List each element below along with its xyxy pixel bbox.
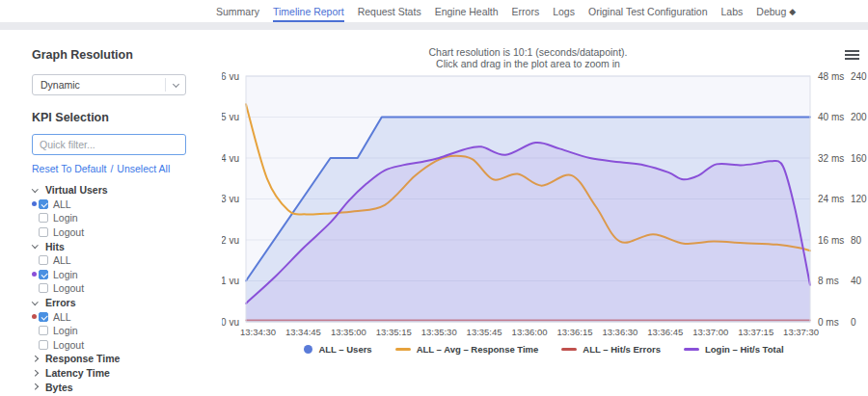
legend-line-icon	[561, 348, 577, 351]
kpi-group-hits[interactable]: Hits	[32, 239, 186, 253]
y-axis-ms-tick: 32 ms	[818, 153, 844, 164]
checkbox-unchecked[interactable]	[39, 255, 48, 265]
legend-item-all-users[interactable]: ALL – Users	[304, 344, 371, 355]
y-axis-vu-tick: 5 vu	[222, 112, 239, 122]
legend-line-icon	[684, 348, 699, 351]
chart-title-line1: Chart resolution is 10:1 (seconds/datapo…	[428, 46, 627, 58]
timeline-chart[interactable]: Chart resolution is 10:1 (seconds/datapo…	[222, 42, 868, 343]
tab-label: Debug	[756, 6, 786, 17]
top-navigation: SummaryTimeline ReportRequest StatsEngin…	[0, 0, 868, 22]
legend-item-all-hit-s-errors[interactable]: ALL – Hit/s Errors	[561, 344, 661, 355]
kpi-item-login[interactable]: Login	[32, 268, 186, 282]
y-axis-ms-tick: 16 ms	[818, 235, 844, 246]
link-separator: /	[110, 163, 113, 174]
x-axis-tick: 13:37:30	[783, 327, 819, 337]
chevron-down-icon	[32, 189, 45, 192]
chevron-right-icon	[32, 356, 45, 361]
series-color-dot	[32, 272, 39, 277]
tab-label: Original Test Configuration	[588, 6, 708, 17]
y-axis-count-tick: 160	[851, 153, 867, 164]
chevron-down-icon	[32, 302, 45, 304]
kpi-item-logout[interactable]: Logout	[32, 225, 186, 240]
checkbox-unchecked[interactable]	[39, 340, 48, 350]
checkbox-unchecked[interactable]	[39, 227, 48, 237]
graph-resolution-heading: Graph Resolution	[32, 48, 186, 62]
tree-label: ALL	[53, 198, 71, 210]
y-axis-ms-tick: 24 ms	[818, 194, 844, 204]
legend-label: ALL – Users	[318, 344, 371, 355]
tab-label: Labs	[721, 6, 744, 17]
graph-resolution-select[interactable]: Dynamic	[32, 74, 186, 95]
tab-labs[interactable]: Labs	[721, 0, 744, 22]
y-axis-vu-tick: 3 vu	[222, 194, 239, 204]
reset-to-default-link[interactable]: Reset To Default	[32, 163, 106, 174]
tab-label: Logs	[553, 6, 575, 17]
tree-label: Logout	[53, 339, 84, 351]
chart-legend: ALL – UsersALL – Avg – Response TimeALL …	[222, 344, 866, 355]
checkbox-unchecked[interactable]	[39, 326, 48, 335]
kpi-item-login[interactable]: Login	[32, 211, 186, 225]
legend-line-icon	[395, 348, 411, 351]
tree-label: ALL	[53, 311, 71, 323]
tree-label: Hits	[45, 241, 65, 252]
tree-label: Virtual Users	[45, 184, 108, 196]
x-axis-tick: 13:35:45	[467, 327, 502, 337]
sidebar: Graph Resolution Dynamic KPI Selection R…	[32, 48, 186, 396]
chart-menu-icon[interactable]	[845, 50, 859, 62]
y-axis-ms-tick: 8 ms	[818, 276, 839, 286]
tree-label: Logout	[53, 226, 84, 238]
x-axis-tick: 13:36:30	[602, 327, 637, 337]
checkbox-checked[interactable]	[39, 270, 48, 279]
gem-icon: ◆	[789, 7, 796, 16]
x-axis-tick: 13:34:45	[285, 327, 321, 337]
checkbox-checked[interactable]	[39, 199, 48, 209]
kpi-group-latency-time[interactable]: Latency Time	[32, 366, 186, 381]
y-axis-vu-tick: 2 vu	[222, 235, 239, 246]
checkbox-checked[interactable]	[39, 312, 48, 322]
graph-resolution-value: Dynamic	[33, 79, 165, 91]
kpi-group-errors[interactable]: Errors	[32, 296, 186, 310]
tab-logs[interactable]: Logs	[553, 0, 575, 22]
legend-label: ALL – Avg – Response Time	[417, 344, 539, 355]
kpi-group-bytes[interactable]: Bytes	[32, 380, 186, 394]
kpi-tree: Virtual UsersALLLoginLogoutHitsALLLoginL…	[32, 183, 186, 396]
tab-summary[interactable]: Summary	[216, 0, 259, 22]
chevron-down-icon	[166, 84, 185, 87]
legend-label: Login – Hit/s Total	[705, 344, 784, 355]
x-axis-tick: 13:35:15	[376, 327, 412, 337]
checkbox-unchecked[interactable]	[39, 213, 48, 223]
y-axis-ms-tick: 40 ms	[818, 112, 844, 122]
y-axis-count-tick: 80	[851, 235, 862, 246]
kpi-group-virtual-users[interactable]: Virtual Users	[32, 183, 186, 198]
tab-label: Engine Health	[435, 6, 499, 17]
kpi-item-all[interactable]: ALL	[32, 309, 186, 324]
tab-original-test-configuration[interactable]: Original Test Configuration	[588, 0, 708, 22]
tab-request-stats[interactable]: Request Stats	[358, 0, 421, 22]
series-color-dot	[32, 314, 39, 319]
y-axis-vu-tick: 4 vu	[222, 153, 239, 164]
chevron-down-icon	[32, 245, 45, 248]
checkbox-unchecked[interactable]	[39, 283, 48, 293]
x-axis-tick: 13:35:00	[331, 327, 366, 337]
tab-debug[interactable]: Debug◆	[756, 0, 796, 22]
tab-timeline-report[interactable]: Timeline Report	[273, 0, 344, 22]
legend-item-all-avg-response-time[interactable]: ALL – Avg – Response Time	[395, 344, 539, 355]
legend-item-login-hit-s-total[interactable]: Login – Hit/s Total	[684, 344, 784, 355]
tab-label: Request Stats	[358, 6, 421, 17]
tab-errors[interactable]: Errors	[512, 0, 540, 22]
y-axis-ms-tick: 48 ms	[818, 71, 844, 82]
kpi-item-all[interactable]: ALL	[32, 253, 186, 268]
y-axis-count-tick: 0	[851, 317, 856, 328]
y-axis-vu-tick: 0 vu	[222, 317, 239, 328]
kpi-quick-filter-input[interactable]	[32, 134, 186, 155]
kpi-item-logout[interactable]: Logout	[32, 281, 186, 296]
kpi-item-login[interactable]: Login	[32, 324, 186, 338]
tree-label: Logout	[53, 282, 84, 294]
unselect-all-link[interactable]: Unselect All	[117, 163, 170, 174]
page-divider	[0, 22, 868, 30]
kpi-item-logout[interactable]: Logout	[32, 338, 186, 353]
x-axis-tick: 13:34:30	[240, 327, 276, 337]
tab-engine-health[interactable]: Engine Health	[435, 0, 499, 22]
kpi-group-response-time[interactable]: Response Time	[32, 352, 186, 366]
kpi-item-all[interactable]: ALL	[32, 198, 186, 212]
